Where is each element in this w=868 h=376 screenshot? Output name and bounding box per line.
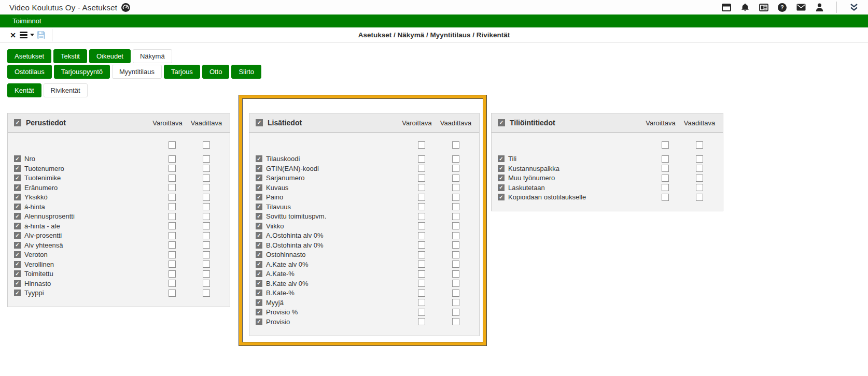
tab-ostotilaus[interactable]: Ostotilaus (7, 65, 52, 79)
panel-varoittava-checkbox[interactable] (169, 141, 176, 149)
panel-checkbox[interactable] (14, 119, 21, 126)
vaadittava-checkbox[interactable] (452, 309, 459, 316)
varoittava-checkbox[interactable] (169, 270, 176, 278)
field-checkbox[interactable] (498, 184, 505, 191)
varoittava-checkbox[interactable] (169, 203, 176, 210)
field-checkbox[interactable] (14, 165, 21, 172)
varoittava-checkbox[interactable] (418, 280, 425, 287)
bell-icon[interactable] (740, 3, 750, 12)
varoittava-checkbox[interactable] (169, 290, 176, 297)
vaadittava-checkbox[interactable] (452, 232, 459, 239)
varoittava-checkbox[interactable] (169, 175, 176, 182)
field-checkbox[interactable] (14, 194, 21, 200)
field-checkbox[interactable] (14, 280, 21, 287)
varoittava-checkbox[interactable] (418, 165, 425, 172)
field-checkbox[interactable] (256, 194, 262, 200)
varoittava-checkbox[interactable] (418, 270, 425, 278)
vaadittava-checkbox[interactable] (203, 261, 210, 268)
varoittava-checkbox[interactable] (662, 165, 669, 172)
vaadittava-checkbox[interactable] (452, 175, 459, 182)
field-checkbox[interactable] (14, 184, 21, 191)
field-checkbox[interactable] (256, 319, 262, 325)
gauge-icon[interactable] (121, 3, 130, 12)
tab-kentät[interactable]: Kentät (7, 83, 41, 97)
vaadittava-checkbox[interactable] (696, 184, 703, 191)
field-checkbox[interactable] (14, 175, 21, 181)
varoittava-checkbox[interactable] (662, 155, 669, 163)
tab-oikeudet[interactable]: Oikeudet (89, 49, 131, 63)
vaadittava-checkbox[interactable] (203, 175, 210, 182)
field-checkbox[interactable] (14, 204, 21, 210)
vaadittava-checkbox[interactable] (696, 175, 703, 182)
varoittava-checkbox[interactable] (662, 184, 669, 191)
panel-vaadittava-checkbox[interactable] (203, 141, 210, 149)
vaadittava-checkbox[interactable] (203, 251, 210, 258)
tab-myyntitilaus[interactable]: Myyntitilaus (112, 65, 162, 79)
field-checkbox[interactable] (14, 251, 21, 258)
panel-varoittava-checkbox[interactable] (662, 141, 669, 149)
varoittava-checkbox[interactable] (169, 251, 176, 258)
vaadittava-checkbox[interactable] (452, 261, 459, 268)
panel-vaadittava-checkbox[interactable] (452, 141, 459, 149)
field-checkbox[interactable] (256, 213, 262, 220)
mail-icon[interactable] (796, 3, 806, 12)
vaadittava-checkbox[interactable] (452, 222, 459, 229)
tab-tekstit[interactable]: Tekstit (53, 49, 87, 63)
varoittava-checkbox[interactable] (418, 290, 425, 297)
field-checkbox[interactable] (256, 270, 262, 277)
varoittava-checkbox[interactable] (418, 194, 425, 201)
vaadittava-checkbox[interactable] (452, 270, 459, 278)
field-checkbox[interactable] (256, 184, 262, 191)
save-icon[interactable] (34, 28, 48, 42)
varoittava-checkbox[interactable] (169, 184, 176, 191)
tab-näkymä[interactable]: Näkymä (133, 49, 172, 63)
field-checkbox[interactable] (256, 232, 262, 239)
vaadittava-checkbox[interactable] (203, 155, 210, 163)
vaadittava-checkbox[interactable] (696, 165, 703, 172)
vaadittava-checkbox[interactable] (203, 222, 210, 229)
varoittava-checkbox[interactable] (169, 155, 176, 163)
varoittava-checkbox[interactable] (662, 194, 669, 201)
vaadittava-checkbox[interactable] (203, 203, 210, 210)
vaadittava-checkbox[interactable] (452, 280, 459, 287)
vaadittava-checkbox[interactable] (203, 290, 210, 297)
vaadittava-checkbox[interactable] (452, 290, 459, 297)
vaadittava-checkbox[interactable] (203, 165, 210, 172)
varoittava-checkbox[interactable] (418, 318, 425, 325)
varoittava-checkbox[interactable] (418, 213, 425, 220)
vaadittava-checkbox[interactable] (452, 184, 459, 191)
vaadittava-checkbox[interactable] (452, 318, 459, 325)
vaadittava-checkbox[interactable] (452, 203, 459, 210)
field-checkbox[interactable] (256, 242, 262, 249)
window-icon[interactable] (721, 3, 731, 12)
vaadittava-checkbox[interactable] (203, 213, 210, 220)
vaadittava-checkbox[interactable] (203, 194, 210, 201)
varoittava-checkbox[interactable] (418, 155, 425, 163)
varoittava-checkbox[interactable] (662, 175, 669, 182)
field-checkbox[interactable] (256, 280, 262, 287)
field-checkbox[interactable] (498, 155, 505, 162)
field-checkbox[interactable] (256, 223, 262, 229)
varoittava-checkbox[interactable] (418, 222, 425, 229)
field-checkbox[interactable] (14, 290, 21, 296)
vaadittava-checkbox[interactable] (203, 241, 210, 249)
tab-tarjous[interactable]: Tarjous (164, 65, 200, 79)
varoittava-checkbox[interactable] (169, 261, 176, 268)
varoittava-checkbox[interactable] (418, 232, 425, 239)
field-checkbox[interactable] (14, 232, 21, 239)
vaadittava-checkbox[interactable] (203, 232, 210, 239)
panel-checkbox[interactable] (256, 119, 263, 126)
panel-varoittava-checkbox[interactable] (418, 141, 425, 149)
tab-siirto[interactable]: Siirto (231, 65, 261, 79)
varoittava-checkbox[interactable] (169, 213, 176, 220)
vaadittava-checkbox[interactable] (452, 299, 459, 306)
field-checkbox[interactable] (14, 261, 21, 268)
field-checkbox[interactable] (256, 155, 262, 162)
menu-toiminnot[interactable]: Toiminnot (12, 17, 41, 25)
vaadittava-checkbox[interactable] (203, 270, 210, 278)
field-checkbox[interactable] (498, 165, 505, 172)
field-checkbox[interactable] (256, 204, 262, 210)
field-checkbox[interactable] (256, 251, 262, 258)
vaadittava-checkbox[interactable] (452, 194, 459, 201)
field-checkbox[interactable] (498, 194, 505, 200)
